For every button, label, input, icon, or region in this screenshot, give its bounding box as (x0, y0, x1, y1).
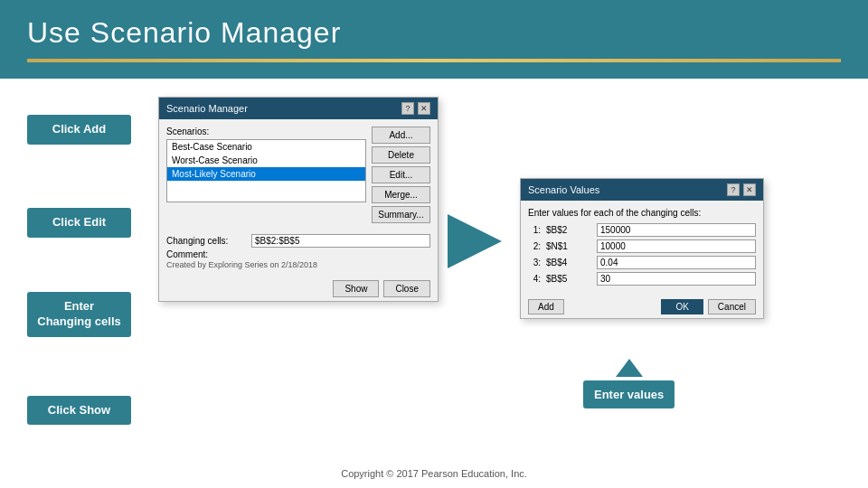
sm-close-btn[interactable]: ✕ (418, 102, 430, 115)
sv-footer: Add OK Cancel (521, 296, 763, 318)
sm-scenario-item-2[interactable]: Worst-Case Scenario (167, 154, 365, 167)
sm-title: Scenario Manager (166, 103, 248, 114)
sm-left: Scenarios: Best-Case Scenario Worst-Case… (166, 127, 366, 223)
main-content: Click Add Click Edit Enter Changing cell… (0, 79, 868, 440)
step-click-edit: Click Edit (27, 208, 131, 238)
sv-input-3[interactable] (597, 256, 756, 269)
sv-row-1: 1: $B$2 (528, 223, 756, 237)
sv-ref-2: $N$1 (546, 241, 591, 251)
sm-scenario-list: Best-Case Scenario Worst-Case Scenario M… (166, 139, 366, 202)
sv-row-num-2: 2: (528, 241, 541, 251)
sv-title: Scenario Values (528, 184, 599, 195)
sv-row-2: 2: $N$1 (528, 239, 756, 253)
sm-changing-cells-value: $B$2:$B$5 (251, 234, 430, 248)
page-title: Use Scenario Manager (27, 16, 841, 50)
sm-bottom: Changing cells: $B$2:$B$5 Comment: Creat… (159, 230, 438, 277)
arrow-container (439, 214, 511, 268)
sm-footer: Show Close (159, 277, 438, 301)
sm-delete-btn[interactable]: Delete (372, 146, 430, 164)
step-enter-changing: Enter Changing cells (27, 292, 131, 337)
sv-row-num-3: 3: (528, 258, 541, 267)
sm-titlebar: Scenario Manager ? ✕ (159, 98, 438, 119)
sv-body: Enter values for each of the changing ce… (521, 201, 763, 296)
sv-add-btn[interactable]: Add (528, 299, 564, 314)
sm-scenario-item-1[interactable]: Best-Case Scenario (167, 140, 365, 154)
scenario-manager-dialog: Scenario Manager ? ✕ Scenarios: Best-Cas… (158, 97, 439, 302)
sv-titlebar: Scenario Values ? ✕ (521, 179, 763, 201)
sv-ref-1: $B$2 (546, 225, 591, 235)
enter-values-label: Enter values (583, 380, 675, 408)
enter-values-container: Enter values (583, 359, 675, 408)
sm-help-btn[interactable]: ? (401, 102, 414, 115)
dialogs-area: Scenario Manager ? ✕ Scenarios: Best-Cas… (158, 97, 841, 431)
step-labels: Click Add Click Edit Enter Changing cell… (27, 97, 131, 425)
sv-row-num-4: 4: (528, 274, 541, 284)
sv-ok-btn[interactable]: OK (661, 299, 703, 314)
copyright-footer: Copyright © 2017 Pearson Education, Inc. (0, 468, 868, 479)
sm-close-footer-btn[interactable]: Close (383, 280, 430, 297)
sv-help-btn[interactable]: ? (727, 183, 740, 196)
sm-changing-cells-label: Changing cells: (166, 236, 248, 246)
step-click-show: Click Show (27, 396, 131, 426)
sv-close-btn[interactable]: ✕ (743, 183, 756, 196)
scenario-values-dialog: Scenario Values ? ✕ Enter values for eac… (520, 178, 764, 319)
sm-right: Add... Delete Edit... Merge... Summary..… (372, 127, 430, 223)
sm-summary-btn[interactable]: Summary... (372, 206, 430, 223)
sm-add-btn[interactable]: Add... (372, 127, 430, 144)
sm-body: Scenarios: Best-Case Scenario Worst-Case… (159, 119, 438, 230)
sm-titlebar-buttons: ? ✕ (401, 102, 430, 115)
sv-row-3: 3: $B$4 (528, 256, 756, 269)
sm-edit-btn[interactable]: Edit... (372, 166, 430, 183)
sm-merge-btn[interactable]: Merge... (372, 186, 430, 203)
sv-input-1[interactable] (597, 223, 756, 237)
sv-titlebar-buttons: ? ✕ (727, 183, 756, 196)
sv-input-4[interactable] (597, 272, 756, 286)
sv-ref-3: $B$4 (546, 258, 591, 267)
sm-scenario-item-3[interactable]: Most-Likely Scenario (167, 167, 365, 181)
sv-ref-4: $B$5 (546, 274, 591, 284)
down-arrow (616, 359, 643, 377)
sm-comment-text: Created by Exploring Series on 2/18/2018 (166, 260, 430, 269)
step-click-add: Click Add (27, 115, 131, 145)
sm-scenarios-label: Scenarios: (166, 127, 366, 136)
sm-changing-cells-row: Changing cells: $B$2:$B$5 (166, 234, 430, 248)
sv-cancel-btn[interactable]: Cancel (708, 299, 756, 314)
sv-instruction: Enter values for each of the changing ce… (528, 208, 756, 218)
page-header: Use Scenario Manager (0, 0, 868, 79)
copyright-text: Copyright © 2017 Pearson Education, Inc. (341, 468, 527, 479)
sv-row-4: 4: $B$5 (528, 272, 756, 286)
sm-comment-row: Comment: Created by Exploring Series on … (166, 249, 430, 269)
forward-arrow (448, 214, 502, 268)
sv-input-2[interactable] (597, 239, 756, 253)
sm-comment-label: Comment: (166, 249, 208, 259)
sv-row-num-1: 1: (528, 225, 541, 235)
sm-show-btn[interactable]: Show (333, 280, 379, 297)
